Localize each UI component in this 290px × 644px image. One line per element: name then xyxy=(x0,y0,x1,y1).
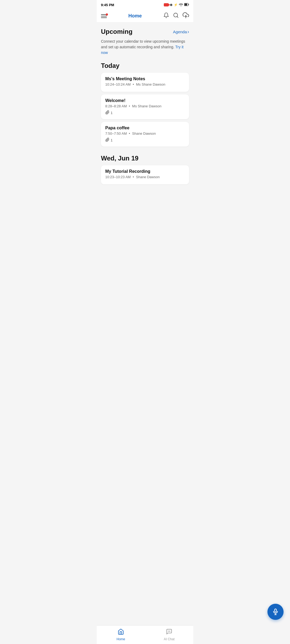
bluetooth-icon: ✱ xyxy=(170,3,173,7)
wifi-icon xyxy=(179,3,183,7)
status-time: 9:45 PM xyxy=(101,3,114,7)
meeting-clips-2: 1 xyxy=(105,110,185,115)
top-nav: Home xyxy=(97,10,193,23)
upcoming-description: Connect your calendar to view upcoming m… xyxy=(101,39,189,56)
today-header: Today xyxy=(101,62,189,69)
meeting-title-3: Papa coffee xyxy=(105,126,185,130)
meeting-meta-2: 8:28–8:28 AM • Ms Shane Dawson xyxy=(105,104,185,108)
flash-icon: ⚡ xyxy=(174,3,178,7)
notification-badge xyxy=(106,13,108,16)
meeting-title-2: Welcome! xyxy=(105,98,185,103)
meeting-card-3[interactable]: Papa coffee 7:50–7:50 AM • Shane Dawson … xyxy=(101,122,189,147)
meeting-title-wed-1: My Tutorial Recording xyxy=(105,169,185,174)
upcoming-title: Upcoming xyxy=(101,28,132,35)
today-section: Today Ms's Meeting Notes 10:24–10:24 AM … xyxy=(101,57,189,147)
meeting-title-1: Ms's Meeting Notes xyxy=(105,76,185,81)
header-title: Home xyxy=(128,13,142,19)
meeting-card-1[interactable]: Ms's Meeting Notes 10:24–10:24 AM • Ms S… xyxy=(101,73,189,92)
meeting-meta-1: 10:24–10:24 AM • Ms Shane Dawson xyxy=(105,82,185,86)
upcoming-section: Upcoming Agenda Connect your calendar to… xyxy=(101,23,189,56)
svg-rect-2 xyxy=(189,4,189,5)
meeting-card-wed-1[interactable]: My Tutorial Recording 10:23–10:23 AM • S… xyxy=(101,165,189,184)
meeting-time-2: 8:28–8:28 AM xyxy=(105,104,127,108)
today-title: Today xyxy=(101,62,119,69)
meeting-host-1: Ms Shane Dawson xyxy=(136,82,165,86)
wed-header: Wed, Jun 19 xyxy=(101,155,189,162)
clip-icon-3 xyxy=(105,138,110,143)
bell-icon[interactable] xyxy=(163,12,169,20)
video-record-icon xyxy=(164,3,169,6)
meeting-time-3: 7:50–7:50 AM xyxy=(105,131,127,136)
meeting-time-1: 10:24–10:24 AM xyxy=(105,82,131,86)
search-icon[interactable] xyxy=(173,12,179,20)
meeting-clips-3: 1 xyxy=(105,138,185,143)
agenda-link[interactable]: Agenda xyxy=(173,29,189,35)
meeting-meta-wed-1: 10:23–10:23 AM • Shane Dawson xyxy=(105,175,185,179)
svg-rect-1 xyxy=(184,3,187,6)
svg-line-4 xyxy=(177,16,178,17)
meeting-host-wed-1: Shane Dawson xyxy=(136,175,160,179)
upload-icon[interactable] xyxy=(183,12,189,20)
meeting-host-2: Ms Shane Dawson xyxy=(132,104,161,108)
clip-count-3: 1 xyxy=(111,138,113,142)
upcoming-header: Upcoming Agenda xyxy=(101,28,189,35)
menu-button[interactable] xyxy=(101,14,107,18)
wed-section: Wed, Jun 19 My Tutorial Recording 10:23–… xyxy=(101,149,189,184)
wed-title: Wed, Jun 19 xyxy=(101,155,139,162)
battery-icon xyxy=(184,3,189,7)
meeting-card-2[interactable]: Welcome! 8:28–8:28 AM • Ms Shane Dawson … xyxy=(101,94,189,119)
nav-actions xyxy=(163,12,189,20)
meeting-host-3: Shane Dawson xyxy=(132,131,156,136)
meeting-meta-3: 7:50–7:50 AM • Shane Dawson xyxy=(105,131,185,136)
main-content: Upcoming Agenda Connect your calendar to… xyxy=(97,23,193,211)
meeting-time-wed-1: 10:23–10:23 AM xyxy=(105,175,131,179)
status-icons: ✱ ⚡ xyxy=(164,3,189,7)
clip-icon-2 xyxy=(105,110,110,115)
clip-count-2: 1 xyxy=(111,111,113,115)
status-bar: 9:45 PM ✱ ⚡ xyxy=(97,0,193,10)
